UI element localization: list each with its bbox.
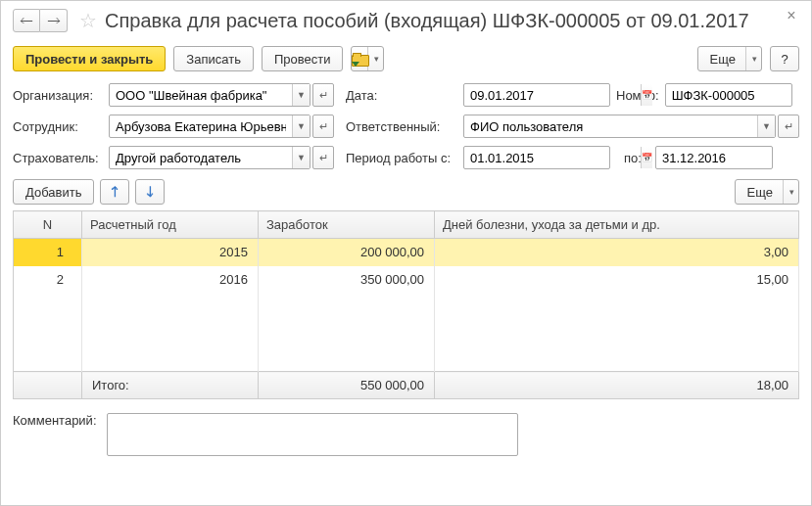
save-button[interactable]: Записать bbox=[173, 46, 254, 71]
add-row-button[interactable]: Добавить bbox=[13, 179, 94, 205]
org-combo[interactable]: ▼ bbox=[109, 83, 310, 107]
employee-input[interactable] bbox=[110, 115, 292, 137]
responsible-label: Ответственный: bbox=[340, 119, 457, 134]
responsible-input[interactable] bbox=[464, 115, 757, 137]
cell-days[interactable]: 3,00 bbox=[435, 239, 799, 266]
col-header-year[interactable]: Расчетный год bbox=[82, 211, 259, 239]
responsible-combo[interactable]: ▼ bbox=[463, 115, 776, 138]
date-input[interactable] bbox=[464, 84, 641, 106]
dropdown-icon[interactable]: ▼ bbox=[292, 147, 310, 168]
org-input[interactable] bbox=[110, 84, 292, 106]
date-field[interactable]: 📅 bbox=[463, 83, 610, 107]
employee-combo[interactable]: ▼ bbox=[109, 115, 310, 138]
cell-year[interactable]: 2015 bbox=[82, 239, 259, 266]
employee-label: Сотрудник: bbox=[13, 119, 103, 134]
table-row[interactable]: 12015200 000,003,00 bbox=[14, 239, 799, 266]
date-label: Дата: bbox=[340, 88, 457, 103]
open-employee-button[interactable]: ↵ bbox=[312, 115, 334, 138]
footer-total-earn: 550 000,00 bbox=[259, 372, 435, 399]
open-org-button[interactable]: ↵ bbox=[312, 83, 334, 107]
open-responsible-button[interactable]: ↵ bbox=[778, 115, 799, 138]
cell-earn[interactable]: 350 000,00 bbox=[259, 266, 435, 294]
close-button[interactable]: × bbox=[782, 7, 801, 26]
help-button[interactable]: ? bbox=[770, 46, 799, 71]
table-row[interactable]: 22016350 000,0015,00 bbox=[14, 266, 799, 294]
post-and-close-button[interactable]: Провести и закрыть bbox=[13, 46, 166, 71]
col-header-n[interactable]: N bbox=[14, 211, 82, 239]
period-to-field[interactable]: 📅 bbox=[655, 146, 773, 169]
number-input[interactable] bbox=[666, 84, 812, 106]
period-from-field[interactable]: 📅 bbox=[463, 146, 610, 169]
page-title: Справка для расчета пособий (входящая) Ш… bbox=[105, 10, 749, 32]
cell-year[interactable]: 2016 bbox=[82, 266, 259, 294]
insurer-label: Страхователь: bbox=[13, 151, 103, 165]
nav-forward-button[interactable]: 🡒 bbox=[40, 9, 68, 32]
nav-back-button[interactable]: 🡐 bbox=[13, 9, 40, 32]
org-label: Организация: bbox=[13, 88, 103, 103]
insurer-input[interactable] bbox=[110, 147, 292, 168]
insurer-combo[interactable]: ▼ bbox=[109, 146, 310, 169]
more-actions-button[interactable]: Еще bbox=[697, 46, 762, 71]
dropdown-icon[interactable]: ▼ bbox=[757, 115, 775, 137]
cell-earn[interactable]: 200 000,00 bbox=[259, 239, 435, 266]
calendar-icon[interactable]: 📅 bbox=[641, 84, 652, 106]
col-header-days[interactable]: Дней болезни, ухода за детьми и др. bbox=[435, 211, 799, 239]
calendar-icon[interactable]: 📅 bbox=[641, 147, 652, 168]
col-header-earn[interactable]: Заработок bbox=[259, 211, 435, 239]
number-field[interactable] bbox=[665, 83, 792, 107]
period-from-label: Период работы с: bbox=[340, 151, 457, 165]
cell-days[interactable]: 15,00 bbox=[435, 266, 799, 294]
comment-textarea[interactable] bbox=[107, 413, 518, 456]
post-button[interactable]: Провести bbox=[262, 46, 344, 71]
footer-total-days: 18,00 bbox=[435, 372, 799, 399]
folder-icon bbox=[352, 53, 358, 65]
cell-n[interactable]: 2 bbox=[14, 266, 82, 294]
period-from-input[interactable] bbox=[464, 147, 641, 168]
dropdown-icon[interactable]: ▼ bbox=[292, 84, 310, 106]
cell-n[interactable]: 1 bbox=[14, 239, 82, 266]
open-insurer-button[interactable]: ↵ bbox=[312, 146, 334, 169]
comment-label: Комментарий: bbox=[13, 413, 97, 428]
dropdown-icon[interactable]: ▼ bbox=[292, 115, 310, 137]
favorite-star-icon[interactable]: ☆ bbox=[79, 9, 97, 32]
create-based-on-button[interactable] bbox=[351, 46, 384, 71]
move-up-button[interactable]: 🡑 bbox=[100, 179, 129, 205]
footer-total-label: Итого: bbox=[82, 372, 259, 399]
earnings-table: N Расчетный год Заработок Дней болезни, … bbox=[13, 210, 799, 399]
table-more-button[interactable]: Еще bbox=[735, 179, 799, 205]
move-down-button[interactable]: 🡓 bbox=[135, 179, 165, 205]
period-to-input[interactable] bbox=[656, 147, 812, 168]
